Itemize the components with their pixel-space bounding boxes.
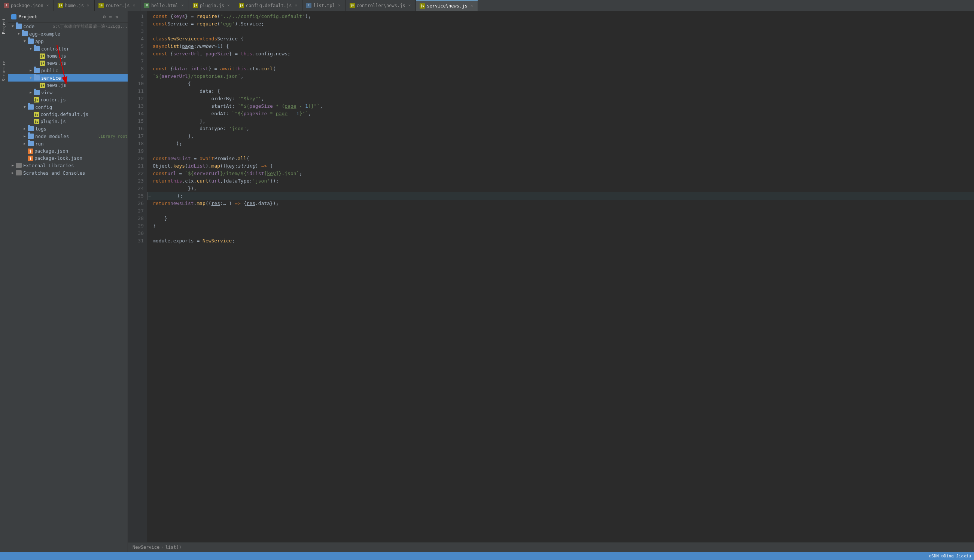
tree-arrow-view: ▶ — [28, 89, 34, 95]
tree-item-config[interactable]: ▼config — [8, 103, 128, 111]
tree-item-plugin-tree[interactable]: jsplugin.js — [8, 118, 128, 125]
tree-item-package-json-tree[interactable]: jpackage.json — [8, 147, 128, 155]
tab-close-plugin-js[interactable]: × — [226, 3, 231, 8]
file-tree-collapse[interactable]: ≡ — [109, 14, 112, 20]
line-number-29: 29 — [128, 222, 144, 230]
tab-config-default-js[interactable]: jsconfig.default.js× — [235, 0, 302, 11]
tab-label-hello-html: hello.html — [151, 3, 178, 8]
tree-item-router-js-tree[interactable]: jsrouter.js — [8, 96, 128, 103]
code-line-22: const url = `${serverUrl}/item/${idList[… — [147, 170, 974, 177]
tree-item-node-modules[interactable]: ▶node_moduleslibrary root — [8, 132, 128, 140]
sidebar-strip-project[interactable]: Project — [0, 11, 8, 41]
project-icon — [11, 14, 17, 20]
tree-label-service: service — [41, 75, 128, 81]
tree-item-service[interactable]: ▼service — [8, 74, 128, 82]
tab-close-service-news-js[interactable]: × — [469, 3, 474, 8]
line-number-1: 1 — [128, 13, 144, 20]
code-line-27 — [147, 207, 974, 215]
tree-item-package-lock-tree[interactable]: jpackage-lock.json — [8, 155, 128, 162]
file-tree-options[interactable]: ⚙ — [103, 14, 106, 20]
tab-close-controller-news-js[interactable]: × — [407, 3, 412, 8]
tree-label-public: public — [41, 68, 128, 73]
tab-icon-controller-news-js: js — [350, 3, 355, 8]
line-numbers: 1234567891011121314151617181920212223242… — [128, 11, 147, 542]
file-tree-minimize[interactable]: — — [122, 14, 125, 20]
line-number-25: 25→ — [128, 192, 144, 200]
tree-item-view[interactable]: ▶view — [8, 89, 128, 96]
line-number-13: 13 — [128, 102, 144, 110]
folder-icon-node-modules — [28, 133, 34, 139]
code-line-18: ); — [147, 140, 974, 147]
code-lines[interactable]: const {keys} = require("../../config/con… — [147, 11, 974, 542]
code-line-7 — [147, 58, 974, 65]
file-icon-router-js-tree: js — [34, 97, 39, 102]
tree-item-config-default-tree[interactable]: jsconfig.default.js — [8, 111, 128, 118]
line-number-9: 9 — [128, 73, 144, 80]
tree-label-package-json-tree: package.json — [34, 148, 128, 154]
tab-controller-news-js[interactable]: jscontroller\news.js× — [346, 0, 416, 11]
tab-close-router-js[interactable]: × — [132, 3, 137, 8]
tab-label-package-json: package.json — [11, 3, 43, 8]
tab-label-router-js: router.js — [105, 3, 130, 8]
tree-icon-external-libraries — [16, 163, 22, 168]
tree-item-logs[interactable]: ▶logs — [8, 125, 128, 132]
tab-close-list-tpl[interactable]: × — [337, 3, 342, 8]
tree-label-plugin-tree: plugin.js — [40, 118, 128, 124]
tree-label-news-js-ctrl: news.js — [47, 60, 128, 66]
line-number-26: 26 — [128, 200, 144, 207]
file-icon-plugin-tree: js — [34, 119, 39, 124]
file-tree-title: Project — [18, 14, 37, 20]
file-icon-news-js-svc: js — [40, 83, 45, 88]
status-copyright: ©SDN ©Ding Jiaxiu — [929, 553, 971, 558]
code-line-1: const {keys} = require("../../config/con… — [147, 13, 974, 20]
tree-item-news-js-ctrl[interactable]: jsnews.js — [8, 60, 128, 67]
line-number-28: 28 — [128, 215, 144, 222]
tree-label-config-default-tree: config.default.js — [40, 112, 128, 117]
tab-close-package-json[interactable]: × — [45, 3, 50, 8]
tab-list-tpl[interactable]: Tlist.tpl× — [302, 0, 346, 11]
tree-item-app[interactable]: ▼app — [8, 37, 128, 45]
status-right: ©SDN ©Ding Jiaxiu — [929, 553, 971, 558]
code-line-26: return newsList.map((res : … ) => {res.d… — [147, 200, 974, 207]
tab-close-config-default-js[interactable]: × — [294, 3, 299, 8]
tree-item-external-libraries[interactable]: ▶External Libraries — [8, 162, 128, 169]
code-line-10: { — [147, 80, 974, 88]
code-line-5: async list(page : number = 1) { — [147, 43, 974, 50]
tree-item-controller[interactable]: ▼controller — [8, 45, 128, 52]
tab-home-js[interactable]: jshome.js× — [54, 0, 94, 11]
sidebar-strip-structure[interactable]: Structure — [0, 56, 8, 86]
code-line-12: orderBy: '"$key"', — [147, 95, 974, 102]
file-tree-sort[interactable]: ⇅ — [115, 14, 118, 20]
code-line-17: }, — [147, 132, 974, 140]
tab-service-news-js[interactable]: jsservice\news.js× — [416, 0, 478, 11]
breadcrumb-bar: NewService › list() — [128, 542, 974, 552]
tab-close-hello-html[interactable]: × — [180, 3, 185, 8]
tree-item-run[interactable]: ▶run — [8, 140, 128, 147]
line-number-14: 14 — [128, 110, 144, 117]
tree-item-news-js-svc[interactable]: jsnews.js — [8, 82, 128, 89]
line-number-24: 24 — [128, 185, 144, 192]
tab-icon-router-js: js — [99, 3, 104, 8]
tab-package-json[interactable]: Jpackage.json× — [0, 0, 54, 11]
line-number-16: 16 — [128, 125, 144, 132]
tab-close-home-js[interactable]: × — [86, 3, 90, 8]
line-number-23: 23 — [128, 177, 144, 185]
tab-hello-html[interactable]: Hhello.html× — [140, 0, 189, 11]
tree-hint-node-modules: library root — [98, 134, 128, 139]
code-line-21: Object.keys(idList).map((key : string) =… — [147, 162, 974, 170]
tab-plugin-js[interactable]: jsplugin.js× — [189, 0, 235, 11]
tree-item-public[interactable]: ▶public — [8, 67, 128, 74]
file-tree-body: ▼codeG:\丁家雄自学前端最后一遍\12Egg...▼egg-example… — [8, 22, 128, 552]
file-icon-home-js: js — [40, 53, 45, 59]
tree-item-egg-example[interactable]: ▼egg-example — [8, 30, 128, 37]
code-line-6: const {serverUrl, pageSize} = this.confi… — [147, 50, 974, 58]
tree-item-home-js[interactable]: jshome.js — [8, 52, 128, 60]
tree-arrow-scratches: ▶ — [10, 170, 16, 176]
tab-router-js[interactable]: jsrouter.js× — [95, 0, 141, 11]
line-number-5: 5 — [128, 43, 144, 50]
tree-item-scratches[interactable]: ▶Scratches and Consoles — [8, 169, 128, 177]
tree-label-node-modules: node_modules — [35, 133, 97, 139]
tree-arrow-public: ▶ — [28, 67, 34, 73]
tree-item-code-root[interactable]: ▼codeG:\丁家雄自学前端最后一遍\12Egg... — [8, 22, 128, 30]
file-icon-package-json-tree: j — [28, 148, 33, 154]
